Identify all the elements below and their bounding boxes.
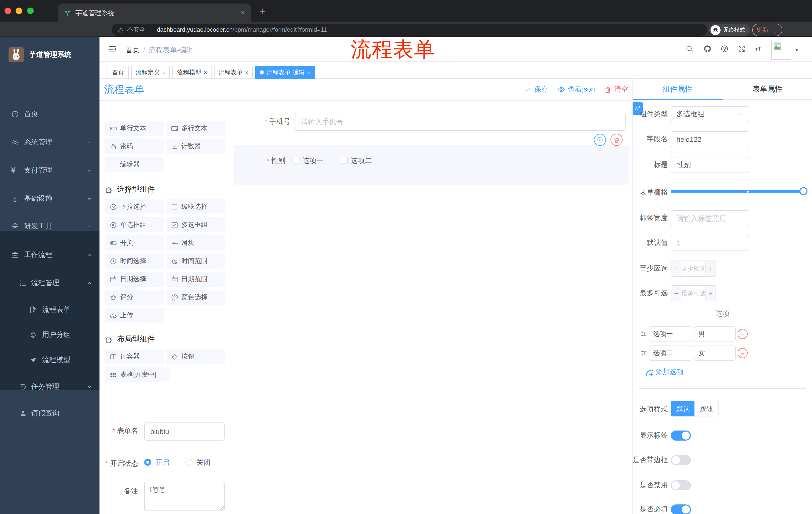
style-button-button[interactable]: 按钮 [694, 401, 719, 416]
drag-handle-icon[interactable] [640, 349, 648, 357]
chrome-update-button[interactable]: 更新 ⋮ [752, 24, 782, 36]
sidebar-item-workflow[interactable]: 工作流程 [0, 242, 99, 268]
chip-password[interactable]: 密码 [105, 139, 164, 154]
decrease-button[interactable]: − [671, 286, 682, 301]
border-toggle[interactable] [671, 455, 691, 465]
drag-handle-icon[interactable] [640, 330, 648, 338]
chip-multi-line-text[interactable]: 多行文本 [166, 121, 225, 136]
fullscreen-icon[interactable] [737, 45, 746, 53]
increase-button[interactable]: + [705, 286, 716, 301]
chip-switch[interactable]: 开关 [105, 235, 164, 250]
tag-close-icon[interactable]: × [204, 70, 207, 76]
tag-process-model[interactable]: 流程模型× [173, 66, 211, 79]
required-toggle[interactable] [671, 505, 691, 514]
form-name-input[interactable] [144, 423, 225, 440]
decrease-button[interactable]: − [671, 261, 682, 276]
tab-form-props[interactable]: 表单属性 [723, 79, 812, 99]
max-select-placeholder[interactable]: 最多可选 [682, 286, 705, 301]
option2-value-input[interactable] [694, 346, 736, 360]
close-tab-icon[interactable]: ✕ [241, 9, 245, 16]
status-off-radio[interactable] [185, 459, 193, 466]
search-icon[interactable] [685, 45, 693, 53]
delete-field-button[interactable] [610, 134, 622, 146]
chip-rate[interactable]: 评分 [105, 290, 164, 305]
option1-label-input[interactable] [649, 326, 692, 342]
tag-process-form-edit[interactable]: 流程表单-编辑× [256, 66, 315, 79]
sidebar-item-infrastructure[interactable]: 基础设施 [0, 186, 99, 211]
component-type-select[interactable]: 多选框组 [671, 106, 749, 122]
chip-radio-group[interactable]: 单选框组 [105, 217, 164, 232]
duplicate-field-button[interactable] [594, 134, 606, 146]
label-width-input[interactable] [671, 210, 749, 226]
gender-option1-label[interactable]: 选项一 [302, 156, 324, 165]
sidebar-item-user-group[interactable]: 用户分组 [0, 322, 99, 348]
add-option-button[interactable]: 添加选项 [645, 368, 684, 377]
phone-input[interactable] [295, 113, 626, 131]
browser-tab[interactable]: 芋道管理系统 ✕ [58, 3, 251, 22]
new-tab-button[interactable]: + [259, 6, 265, 16]
field-name-input[interactable] [671, 131, 749, 147]
status-off-label[interactable]: 关闭 [197, 458, 210, 467]
tag-close-icon[interactable]: × [245, 70, 249, 76]
clear-button[interactable]: 清空 [604, 85, 628, 94]
github-icon[interactable] [703, 45, 712, 53]
chip-time-picker[interactable]: 时间选择 [105, 253, 164, 269]
tab-component-props[interactable]: 组件属性 [633, 79, 723, 99]
chip-counter[interactable]: 计数器 [166, 139, 225, 154]
gender-option2-label[interactable]: 选项二 [351, 156, 372, 165]
sidebar-logo[interactable]: 芋道管理系统 [0, 42, 99, 67]
tag-close-icon[interactable]: × [162, 70, 166, 76]
chip-table[interactable]: 表格[开发中] [105, 367, 170, 382]
selected-field-gender[interactable]: 性别 选项一 选项二 [234, 145, 629, 185]
sidebar-item-process-form[interactable]: 流程表单 [0, 297, 99, 322]
remark-textarea[interactable]: 嘿嘿 [144, 482, 225, 511]
chip-row-container[interactable]: 行容器 [105, 349, 164, 364]
user-avatar[interactable] [771, 40, 791, 60]
slider-handle[interactable] [800, 187, 808, 195]
default-value-input[interactable] [671, 235, 749, 251]
remove-option2-button[interactable]: − [737, 348, 748, 358]
sidebar-item-process-model[interactable]: 流程模型 [0, 348, 99, 373]
chip-date-picker[interactable]: 日期选择 [105, 272, 164, 287]
breadcrumb-home[interactable]: 首页 [126, 46, 140, 55]
option2-label-input[interactable] [649, 346, 692, 360]
view-json-button[interactable]: 查看json [557, 85, 595, 94]
remove-option1-button[interactable]: − [737, 329, 748, 339]
save-button[interactable]: 保存 [525, 85, 548, 94]
sidebar-item-process-management[interactable]: 流程管理 [0, 271, 99, 296]
increase-button[interactable]: + [705, 261, 716, 276]
slider-track[interactable] [671, 190, 804, 193]
sidebar-item-devtools[interactable]: 研发工具 [0, 214, 99, 239]
font-size-icon[interactable] [755, 45, 763, 53]
disabled-toggle[interactable] [671, 480, 691, 490]
chip-editor[interactable]: 编辑器 [105, 157, 164, 172]
status-on-radio[interactable] [144, 459, 151, 466]
sidebar-item-task-management[interactable]: 任务管理 [0, 374, 99, 399]
form-canvas[interactable]: 手机号 性别 选项一 选项二 [229, 101, 632, 514]
sidebar-item-payment[interactable]: ¥ 支付管理 [0, 158, 99, 183]
status-on-label[interactable]: 开启 [155, 458, 169, 467]
chip-button[interactable]: 按钮 [166, 349, 225, 364]
tag-process-form[interactable]: 流程表单× [214, 66, 253, 79]
chip-color-picker[interactable]: 颜色选择 [166, 290, 225, 305]
chip-time-range[interactable]: 时间范围 [166, 253, 225, 269]
chip-date-range[interactable]: 日期范围 [166, 272, 225, 287]
avatar-caret-icon[interactable]: ▾ [795, 47, 798, 53]
chip-single-line-text[interactable]: 单行文本 [105, 121, 164, 136]
option1-value-input[interactable] [694, 326, 736, 342]
minimize-window-button[interactable] [16, 7, 22, 14]
title-input[interactable] [671, 157, 749, 173]
tag-close-icon[interactable]: × [307, 70, 311, 76]
tag-home[interactable]: 首页 [108, 66, 128, 79]
tag-process-definition[interactable]: 流程定义× [131, 66, 170, 79]
security-label[interactable]: 不安全 [127, 25, 145, 34]
chip-upload[interactable]: 上传 [105, 308, 164, 323]
chrome-menu-dots-icon[interactable]: ⋮ [772, 26, 778, 34]
help-icon[interactable] [721, 45, 729, 53]
sidebar-item-home[interactable]: 首页 [0, 102, 99, 127]
chip-select[interactable]: 下拉选择 [105, 199, 164, 214]
style-default-button[interactable]: 默认 [671, 401, 694, 416]
min-select-placeholder[interactable]: 至少应选 [682, 261, 705, 276]
sidebar-item-system[interactable]: 系统管理 [0, 130, 99, 155]
show-label-toggle[interactable] [671, 431, 691, 440]
